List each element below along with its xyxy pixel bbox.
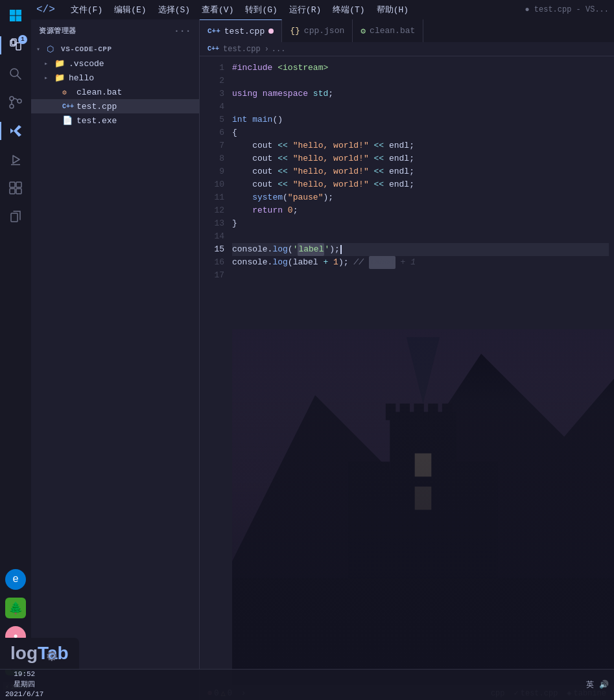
tab-test-cpp[interactable]: C++ test.cpp — [200, 19, 282, 42]
log-part: log — [10, 643, 38, 663]
sidebar-header-icons: ··· — [174, 26, 191, 36]
paren15a: ( — [288, 243, 293, 256]
main-area: </> 文件(F) 编辑(E) 选择(S) 查看(V) 转到(G) 运行(R) … — [31, 0, 614, 700]
gear-overlay-icon[interactable]: ⚙ — [47, 646, 57, 666]
activity-vscode[interactable] — [0, 117, 31, 145]
background-image — [232, 329, 614, 686]
tree-project-root[interactable]: ▾ ⬡ VS-CODE-CPP — [31, 42, 199, 56]
sidebar: 资源管理器 ··· ▾ ⬡ VS-CODE-CPP ▸ 📁 .vscode — [31, 19, 200, 700]
content-area: 资源管理器 ··· ▾ ⬡ VS-CODE-CPP ▸ 📁 .vscode — [31, 19, 614, 700]
test-exe-label: test.exe — [77, 116, 117, 126]
svg-line-8 — [18, 76, 21, 80]
cout7: cout — [252, 139, 272, 152]
code-editor[interactable]: 1 2 3 4 5 6 7 8 9 10 11 12 13 14 15 16 1 — [200, 56, 614, 686]
op8a: << — [277, 152, 288, 165]
activity-pages[interactable] — [0, 202, 31, 231]
ln-7: 7 — [205, 139, 224, 152]
sc10: ; — [409, 178, 414, 191]
test-exe-icon: 📄 — [62, 115, 74, 126]
ln-2: 2 — [205, 75, 224, 88]
ln-6: 6 — [205, 126, 224, 139]
code-line-7: cout << "hello, world!" << endl ; — [232, 139, 609, 152]
activity-run[interactable] — [0, 145, 31, 174]
code-line-13: } — [232, 217, 609, 230]
tab-cpp-json-label: cpp.json — [304, 26, 344, 36]
svg-rect-38 — [415, 453, 432, 476]
quote15b: ' — [324, 243, 329, 256]
svg-rect-13 — [10, 182, 15, 187]
taskbar-lang[interactable]: 英 — [586, 679, 594, 690]
menu-select[interactable]: 选择(S) — [153, 3, 195, 17]
taskbar-volume[interactable]: 🔊 — [599, 680, 609, 690]
svg-rect-3 — [16, 16, 22, 22]
edge-icon[interactable]: e — [5, 569, 26, 590]
project-name: VS-CODE-CPP — [61, 45, 112, 53]
code-line-1: #include <iostream> — [232, 62, 609, 75]
svg-rect-39 — [415, 487, 432, 510]
include-str: <iostream> — [277, 62, 328, 75]
vscode-folder-icon: 📁 — [54, 58, 66, 69]
sc9: ; — [409, 165, 414, 178]
tree-clean-bat[interactable]: ⚙ clean.bat — [31, 85, 199, 99]
activity-extensions[interactable] — [0, 174, 31, 202]
svg-rect-31 — [414, 404, 423, 421]
clean-bat-icon: ⚙ — [62, 88, 74, 97]
semicolon3: ; — [328, 88, 333, 100]
console16: console — [232, 256, 268, 269]
tab-json-icon: {} — [290, 26, 300, 36]
op7a: << — [277, 139, 288, 152]
activity-source-control[interactable] — [0, 88, 31, 117]
menu-run[interactable]: 运行(R) — [284, 3, 326, 17]
menu-help[interactable]: 帮助(H) — [372, 3, 414, 17]
breadcrumb-dots: ... — [272, 45, 286, 54]
svg-rect-15 — [10, 189, 15, 194]
ln-16: 16 — [205, 256, 224, 269]
svg-point-11 — [18, 99, 21, 103]
code-line-10: cout << "hello, world!" << endl ; — [232, 178, 609, 191]
title-bar: </> 文件(F) 编辑(E) 选择(S) 查看(V) 转到(G) 运行(R) … — [31, 0, 614, 19]
menu-file[interactable]: 文件(F) — [65, 3, 108, 17]
str11: "pause" — [288, 191, 324, 204]
tree-test-cpp[interactable]: C++ test.cpp — [31, 99, 199, 113]
svg-rect-5 — [16, 43, 21, 50]
title-menu: 文件(F) 编辑(E) 选择(S) 查看(V) 转到(G) 运行(R) 终端(T… — [65, 3, 414, 17]
one16: 1 — [333, 256, 338, 269]
vscode-title-icon: </> — [36, 4, 55, 16]
windows-logo-button[interactable] — [0, 0, 31, 31]
paren15b: ) — [329, 243, 335, 256]
tree-vscode-folder[interactable]: ▸ 📁 .vscode — [31, 56, 199, 71]
taskbar-time: 19:52 星期四 2021/6/17 — [5, 670, 43, 699]
plus16: + — [323, 256, 328, 269]
tab-clean-bat[interactable]: ⚙ clean.bat — [353, 19, 423, 42]
activity-explorer[interactable]: 1 — [0, 31, 31, 60]
code-content[interactable]: #include <iostream> using namespace std … — [232, 56, 614, 686]
svg-rect-33 — [442, 404, 452, 421]
op10a: << — [277, 178, 288, 191]
tab-modified-dot — [268, 29, 274, 34]
svg-point-9 — [10, 97, 14, 100]
svg-point-10 — [10, 104, 14, 108]
tree-test-exe[interactable]: 📄 test.exe — [31, 113, 199, 128]
tree-hello-folder[interactable]: ▸ 📁 hello — [31, 71, 199, 85]
activity-bar: 1 — [0, 0, 31, 700]
tree-icon[interactable]: 🌲 — [5, 598, 26, 618]
paren16b: ) — [338, 256, 344, 269]
ln-4: 4 — [205, 100, 224, 113]
sidebar-more-icon[interactable]: ··· — [174, 26, 191, 36]
ln-17: 17 — [205, 269, 224, 282]
breadcrumb: C++ test.cpp › ... — [200, 42, 614, 56]
breadcrumb-cpp-icon: C++ — [207, 45, 219, 52]
tab-cpp-json[interactable]: {} cpp.json — [282, 19, 353, 42]
file-tree: ▾ ⬡ VS-CODE-CPP ▸ 📁 .vscode ▸ 📁 hello — [31, 42, 199, 700]
menu-goto[interactable]: 转到(G) — [240, 3, 282, 17]
activity-search[interactable] — [0, 60, 31, 88]
menu-edit[interactable]: 编辑(E) — [109, 3, 151, 17]
menu-terminal[interactable]: 终端(T) — [327, 3, 370, 17]
system-fn: system — [252, 191, 283, 204]
tab-bat-icon: ⚙ — [360, 26, 366, 36]
str7: "hello, world!" — [293, 139, 369, 152]
menu-view[interactable]: 查看(V) — [196, 3, 239, 17]
code-line-9: cout << "hello, world!" << endl ; — [232, 165, 609, 178]
time-display: 19:52 — [5, 670, 43, 679]
op9a: << — [277, 165, 288, 178]
